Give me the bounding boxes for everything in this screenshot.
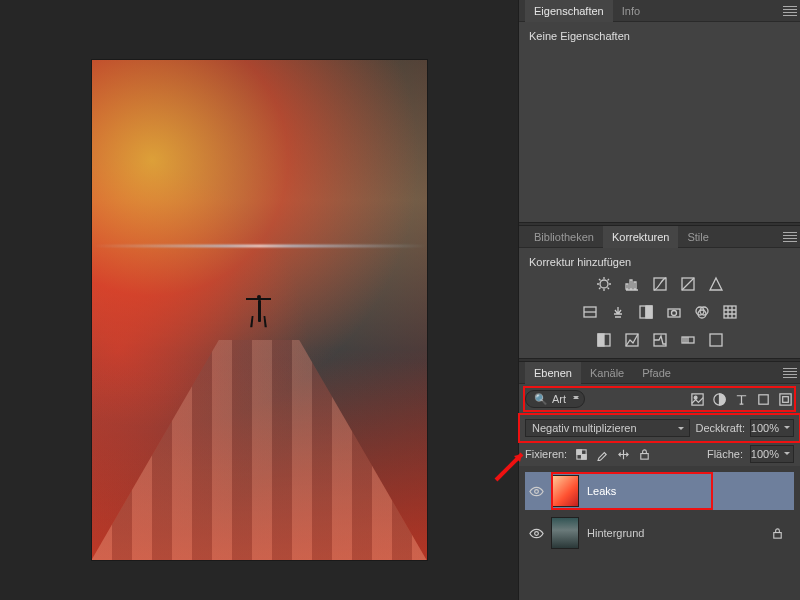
filter-smartobject-icon[interactable] — [776, 391, 794, 407]
tab-bibliotheken[interactable]: Bibliotheken — [525, 226, 603, 248]
brightness-contrast-icon[interactable] — [594, 276, 614, 292]
adjustments-row-2 — [519, 298, 800, 326]
lock-label: Fixieren: — [525, 448, 567, 460]
lock-icon — [770, 526, 784, 540]
posterize-icon[interactable] — [622, 332, 642, 348]
svg-point-28 — [534, 489, 538, 493]
lock-position-icon[interactable] — [616, 447, 630, 461]
svg-rect-5 — [646, 306, 652, 318]
hue-saturation-icon[interactable] — [580, 304, 600, 320]
black-white-icon[interactable] — [636, 304, 656, 320]
document-preview — [92, 60, 427, 560]
color-lookup-icon[interactable] — [720, 304, 740, 320]
right-panels: Eigenschaften Info Keine Eigenschaften B… — [518, 0, 800, 600]
properties-panel-body: Keine Eigenschaften — [519, 22, 800, 222]
tab-eigenschaften[interactable]: Eigenschaften — [525, 0, 613, 22]
lock-pixels-icon[interactable] — [595, 447, 609, 461]
lock-transparency-icon[interactable] — [574, 447, 588, 461]
properties-panel-header: Eigenschaften Info — [519, 0, 800, 22]
filter-type-icon[interactable] — [732, 391, 750, 407]
blend-opacity-row: Negativ multiplizieren Deckkraft: 100% — [519, 414, 800, 442]
gradient-map-icon[interactable] — [678, 332, 698, 348]
svg-rect-27 — [640, 453, 647, 459]
visibility-toggle[interactable] — [525, 484, 547, 499]
layer-name[interactable]: Leaks — [587, 485, 616, 497]
panel-menu-icon[interactable] — [783, 366, 797, 380]
adjustments-row-1 — [519, 270, 800, 298]
opacity-label: Deckkraft: — [695, 422, 745, 434]
exposure-icon[interactable] — [678, 276, 698, 292]
tab-stile[interactable]: Stile — [678, 226, 717, 248]
svg-point-0 — [600, 280, 608, 288]
blend-mode-dropdown[interactable]: Negativ multiplizieren — [525, 419, 690, 437]
svg-rect-17 — [710, 334, 722, 346]
fill-field[interactable]: 100% — [750, 445, 794, 463]
lock-all-icon[interactable] — [637, 447, 651, 461]
layers-list: Leaks Hintergrund — [519, 466, 800, 600]
vibrance-icon[interactable] — [706, 276, 726, 292]
canvas-area[interactable] — [0, 0, 518, 600]
visibility-toggle[interactable] — [525, 526, 547, 541]
svg-rect-13 — [598, 334, 604, 346]
svg-point-7 — [671, 311, 676, 316]
layer-filter-select[interactable]: 🔍Art — [525, 390, 585, 408]
svg-point-19 — [694, 396, 697, 399]
adjustments-row-3 — [519, 326, 800, 358]
properties-empty-text: Keine Eigenschaften — [519, 22, 800, 50]
opacity-field[interactable]: 100% — [750, 419, 794, 437]
svg-rect-22 — [779, 393, 790, 404]
svg-rect-23 — [782, 396, 788, 402]
layers-filter-row: 🔍Art — [519, 384, 800, 414]
svg-point-29 — [534, 531, 538, 535]
layer-filter-label: Art — [552, 393, 566, 405]
tab-info[interactable]: Info — [613, 0, 649, 22]
levels-icon[interactable] — [622, 276, 642, 292]
svg-rect-21 — [758, 394, 767, 403]
panel-menu-icon[interactable] — [783, 4, 797, 18]
channel-mixer-icon[interactable] — [692, 304, 712, 320]
panel-menu-icon[interactable] — [783, 230, 797, 244]
layer-row-leaks[interactable]: Leaks — [525, 472, 794, 510]
filter-pixel-icon[interactable] — [688, 391, 706, 407]
tab-pfade[interactable]: Pfade — [633, 362, 680, 384]
adjustments-panel-header: Bibliotheken Korrekturen Stile — [519, 226, 800, 248]
layer-name[interactable]: Hintergrund — [587, 527, 644, 539]
fill-label: Fläche: — [707, 448, 743, 460]
tab-ebenen[interactable]: Ebenen — [525, 362, 581, 384]
tab-korrekturen[interactable]: Korrekturen — [603, 226, 678, 248]
layers-panel-header: Ebenen Kanäle Pfade — [519, 362, 800, 384]
layer-thumbnail[interactable] — [551, 517, 579, 549]
svg-rect-25 — [577, 449, 582, 454]
svg-rect-30 — [773, 532, 780, 538]
filter-shape-icon[interactable] — [754, 391, 772, 407]
threshold-icon[interactable] — [650, 332, 670, 348]
tab-kanaele[interactable]: Kanäle — [581, 362, 633, 384]
layer-row-hintergrund[interactable]: Hintergrund — [525, 514, 794, 552]
photo-filter-icon[interactable] — [664, 304, 684, 320]
filter-adjustment-icon[interactable] — [710, 391, 728, 407]
adjustments-subtitle: Korrektur hinzufügen — [519, 248, 800, 270]
selective-color-icon[interactable] — [706, 332, 726, 348]
layer-thumbnail[interactable] — [551, 475, 579, 507]
svg-rect-11 — [724, 306, 736, 318]
svg-rect-26 — [581, 454, 586, 459]
invert-icon[interactable] — [594, 332, 614, 348]
color-balance-icon[interactable] — [608, 304, 628, 320]
curves-icon[interactable] — [650, 276, 670, 292]
lock-fill-row: Fixieren: Fläche: 100% — [519, 442, 800, 466]
